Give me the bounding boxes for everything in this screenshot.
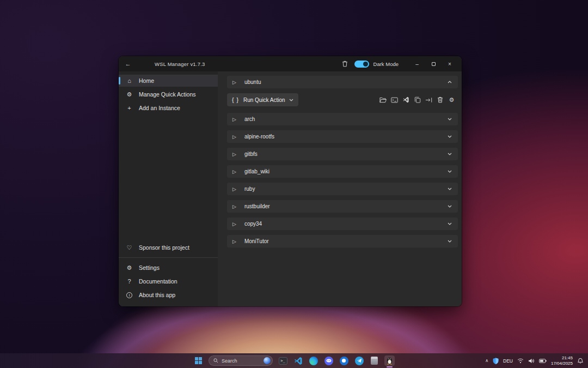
- instance-settings-icon[interactable]: ⚙: [448, 96, 455, 104]
- taskbar-discord[interactable]: [323, 355, 334, 366]
- instance-row[interactable]: ▷ gitlab_wiki: [227, 165, 458, 178]
- info-icon: i: [126, 292, 133, 298]
- instance-actions: ⚙: [379, 96, 458, 104]
- signal-icon: [340, 357, 348, 365]
- sidebar: ⌂ Home ⚙ Manage Quick Actions + Add an I…: [119, 71, 218, 306]
- sidebar-item-documentation[interactable]: ? Documentation: [119, 275, 218, 287]
- sidebar-item-label: Home: [139, 77, 154, 84]
- titlebar: ← WSL Manager v1.7.3 Dark Mode – ×: [119, 56, 462, 71]
- taskbar-wsl-manager[interactable]: [384, 355, 395, 366]
- chevron-down-icon[interactable]: [447, 204, 452, 209]
- instance-name: copy34: [244, 221, 262, 227]
- delete-icon[interactable]: [437, 96, 444, 104]
- taskbar-telegram[interactable]: [354, 355, 364, 366]
- instance-row[interactable]: ▷ gitbfs: [227, 148, 458, 160]
- archive-icon: [371, 357, 378, 365]
- start-instance-icon[interactable]: ▷: [232, 134, 236, 140]
- start-instance-icon[interactable]: ▷: [232, 204, 236, 209]
- sidebar-item-settings[interactable]: ⚙ Settings: [119, 262, 218, 274]
- start-instance-icon[interactable]: ▷: [232, 186, 236, 192]
- instance-row[interactable]: ▷ rustbuilder: [227, 200, 458, 213]
- tray-date: 17/04/2025: [551, 361, 573, 366]
- maximize-icon: [432, 62, 436, 66]
- start-instance-icon[interactable]: ▷: [232, 239, 236, 244]
- instance-row[interactable]: ▷ arch: [227, 113, 458, 125]
- start-instance-icon[interactable]: ▷: [232, 221, 236, 227]
- desktop-wallpaper: ← WSL Manager v1.7.3 Dark Mode – × ⌂ Hom…: [0, 0, 588, 368]
- instance-name: ruby: [244, 186, 255, 192]
- start-instance-icon[interactable]: ▷: [232, 152, 236, 157]
- chevron-down-icon[interactable]: [447, 134, 452, 140]
- sidebar-item-home[interactable]: ⌂ Home: [119, 75, 218, 87]
- sidebar-item-add-instance[interactable]: + Add an Instance: [119, 102, 218, 114]
- sidebar-footer: ♡ Sponsor this project ⚙ Settings ? Docu…: [119, 242, 218, 303]
- instance-row[interactable]: ▷ copy34: [227, 218, 458, 230]
- back-button[interactable]: ←: [119, 61, 137, 67]
- instance-row-ubuntu[interactable]: ▷ ubuntu: [227, 76, 458, 88]
- chevron-down-icon[interactable]: [447, 117, 452, 122]
- braces-icon: { }: [232, 96, 239, 103]
- instance-row[interactable]: ▷ ruby: [227, 183, 458, 195]
- taskbar-vscode[interactable]: [293, 355, 303, 366]
- instance-row[interactable]: ▷ alpine-rootfs: [227, 130, 458, 143]
- dark-mode-label: Dark Mode: [373, 61, 399, 67]
- system-tray: ∧ DEU 21:45 17/04/2025: [485, 353, 584, 368]
- run-quick-action-button[interactable]: { } Run Quick Action: [227, 93, 298, 106]
- chevron-down-icon[interactable]: [447, 239, 452, 244]
- clock[interactable]: 21:45 17/04/2025: [551, 355, 573, 366]
- notification-bell-icon[interactable]: [577, 358, 584, 364]
- instance-name: ubuntu: [244, 79, 261, 85]
- sidebar-item-label: Documentation: [139, 278, 177, 285]
- instance-name: rustbuilder: [244, 203, 270, 209]
- telegram-icon: [355, 357, 364, 365]
- dark-mode-toggle[interactable]: [354, 61, 369, 68]
- vscode-icon: [294, 357, 303, 365]
- terminal-icon: >_: [279, 357, 287, 365]
- chevron-down-icon[interactable]: [447, 221, 452, 227]
- instance-name: gitlab_wiki: [244, 168, 270, 174]
- edge-icon: [309, 357, 318, 365]
- start-instance-icon[interactable]: ▷: [232, 117, 236, 122]
- close-button[interactable]: ×: [443, 61, 456, 67]
- search-icon: [213, 358, 218, 363]
- taskbar-terminal[interactable]: >_: [278, 355, 288, 366]
- taskbar-archive[interactable]: [369, 355, 379, 366]
- taskbar-edge[interactable]: [308, 355, 318, 366]
- wsl-manager-window: ← WSL Manager v1.7.3 Dark Mode – × ⌂ Hom…: [119, 56, 462, 306]
- battery-icon[interactable]: [539, 359, 547, 363]
- security-shield-icon[interactable]: [493, 358, 499, 364]
- sidebar-item-manage-quick-actions[interactable]: ⚙ Manage Quick Actions: [119, 88, 218, 100]
- tray-chevron-up-icon[interactable]: ∧: [485, 358, 488, 363]
- search-placeholder: Search: [222, 358, 264, 364]
- chevron-up-icon[interactable]: [447, 80, 452, 85]
- start-button[interactable]: [193, 355, 204, 366]
- gear-icon: ⚙: [126, 264, 133, 272]
- instance-name: arch: [244, 116, 255, 122]
- home-icon: ⌂: [126, 77, 133, 84]
- sidebar-item-label: Add an Instance: [139, 105, 180, 111]
- taskbar-signal[interactable]: [339, 355, 349, 366]
- chevron-down-icon[interactable]: [447, 186, 452, 192]
- export-icon[interactable]: [425, 96, 432, 104]
- minimize-button[interactable]: –: [411, 61, 424, 67]
- maximize-button[interactable]: [427, 61, 440, 67]
- open-terminal-icon[interactable]: [391, 96, 398, 104]
- sidebar-item-sponsor[interactable]: ♡ Sponsor this project: [119, 242, 218, 254]
- speaker-icon[interactable]: [528, 358, 535, 364]
- language-indicator[interactable]: DEU: [503, 358, 513, 364]
- start-instance-icon[interactable]: ▷: [232, 169, 236, 174]
- sidebar-item-label: Sponsor this project: [139, 244, 189, 251]
- vscode-icon[interactable]: [402, 96, 409, 104]
- open-folder-icon[interactable]: [379, 96, 387, 104]
- wifi-icon[interactable]: [517, 358, 524, 364]
- trash-icon[interactable]: [341, 60, 349, 68]
- active-app-indicator: [387, 366, 393, 367]
- instance-row[interactable]: ▷ MoniTutor: [227, 235, 458, 248]
- quick-action-bar: { } Run Quick Action: [227, 93, 458, 106]
- taskbar-search[interactable]: Search: [209, 355, 273, 366]
- copy-icon[interactable]: [414, 96, 421, 104]
- sidebar-item-about[interactable]: i About this app: [119, 289, 218, 301]
- chevron-down-icon[interactable]: [447, 169, 452, 174]
- chevron-down-icon[interactable]: [447, 152, 452, 157]
- start-instance-icon[interactable]: ▷: [232, 80, 236, 85]
